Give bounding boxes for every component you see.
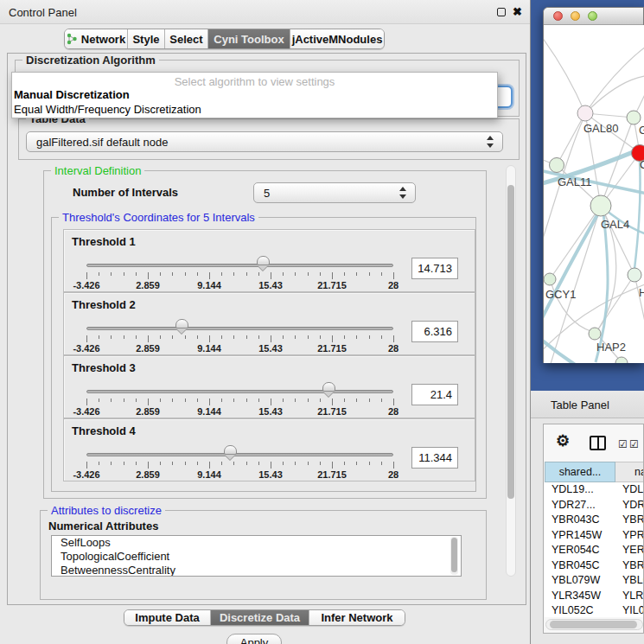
threshold-slider-track[interactable] [86,390,393,393]
slider-tick [369,335,370,339]
slider-tick [86,462,87,469]
table-cell-name[interactable]: YBR0 [615,558,644,574]
slider-tick [172,462,173,465]
slider-tick [295,335,296,339]
slider-tick [393,272,394,279]
network-node[interactable] [589,328,601,340]
network-node[interactable] [550,158,564,173]
gear-icon[interactable]: ⚙ [556,431,570,450]
attribute-list-item-betweennesscentrality[interactable]: BetweennessCentrality [52,564,461,577]
slider-tick [295,272,296,276]
network-node[interactable] [577,105,593,121]
slider-tick [148,399,149,405]
table-cell-shared-name[interactable]: YER054C [545,543,615,558]
column-header-shared-name[interactable]: shared... [545,462,615,482]
table-cell-name[interactable]: YLR3 [615,589,644,604]
table-row[interactable]: YBL079WYBL0 [545,573,644,589]
table-cell-name[interactable]: YPR1 [615,528,644,544]
apply-button[interactable]: Apply [226,634,282,644]
column-header-name[interactable]: na [615,462,644,482]
scrollbar-thumb[interactable] [507,185,514,499]
slider-tick [221,462,222,465]
attribute-list-item-topologicalcoefficient[interactable]: TopologicalCoefficient [52,550,461,564]
table-row[interactable]: YIL052CYIL0 [545,603,644,617]
network-node[interactable] [544,273,556,285]
threshold-value-field[interactable]: 21.4 [411,384,458,405]
number-of-intervals-combobox[interactable]: 5 [253,182,416,203]
slider-tick [185,272,186,276]
table-cell-name[interactable]: YBL0 [615,573,644,589]
table-cell-shared-name[interactable]: YBR045C [545,558,615,574]
table-cell-shared-name[interactable]: YDL19... [545,482,615,498]
table-cell-shared-name[interactable]: YDR27... [545,498,615,513]
slider-tick [246,462,247,465]
tab-infer-network[interactable]: Infer Network [309,610,405,625]
tab-jactivemnodules[interactable]: jActiveMNodules [290,29,384,48]
table-row[interactable]: YLR345WYLR3 [545,589,644,604]
table-row[interactable]: YBR043CYBR0 [545,513,644,528]
checkbox-filter-icon[interactable]: ☑ [618,438,628,450]
close-traffic-light-icon[interactable] [553,11,563,21]
table-cell-shared-name[interactable]: YLR345W [545,589,615,604]
checkbox-filter-icon-2[interactable]: ☑ [629,438,639,450]
threshold-value-field[interactable]: 6.316 [411,321,458,342]
table-row[interactable]: YER054CYER0 [545,543,644,558]
slider-tick [332,399,333,405]
tab-cyni-toolbox[interactable]: Cyni Toolbox [208,29,290,48]
slider-tick [99,335,99,339]
threshold-slider-thumb[interactable] [322,382,335,392]
popup-item-equal-width-frequency[interactable]: Equal Width/Frequency Discretization [12,103,497,118]
table-cell-name[interactable]: YDR2 [615,498,644,513]
network-node[interactable] [628,268,641,282]
table-row[interactable]: YDR27...YDR2 [545,498,644,513]
attribute-list-item-selfloops[interactable]: SelfLoops [52,536,461,550]
zoom-traffic-light-icon[interactable] [588,11,597,21]
tab-discretize-data[interactable]: Discretize Data [211,610,309,625]
table-data-combobox[interactable]: galFiltered.sif default node [26,131,503,152]
threshold-slider-track[interactable] [86,327,393,330]
table-cell-shared-name[interactable]: YPR145W [545,528,615,544]
panel-vertical-scrollbar[interactable] [506,165,516,577]
table-row[interactable]: YPR145WYPR1 [545,528,644,544]
scrollbar-thumb[interactable] [451,538,457,572]
tab-select[interactable]: Select [165,29,208,48]
popup-item-manual-discretization[interactable]: Manual Discretization [12,88,497,103]
threshold-value-field[interactable]: 11.344 [411,447,458,469]
column-selector-icon[interactable] [590,436,606,450]
attributes-list-scrollbar[interactable] [450,537,458,575]
cytoscape-desktop: GAL80GACGAL11GAL4GCY1HHAP2 [531,0,644,391]
table-row[interactable]: YDL19...YDL1 [545,482,644,498]
tab-network[interactable]: Network [65,29,128,48]
tab-impute-data[interactable]: Impute Data [124,610,211,625]
table-cell-name[interactable]: YER0 [615,543,644,558]
slider-scale-label: 28 [388,406,399,417]
slider-tick [393,399,394,405]
float-window-icon[interactable] [497,8,506,16]
network-node[interactable] [627,111,641,124]
tab-style[interactable]: Style [128,29,165,48]
table-cell-name[interactable]: YIL0 [615,603,644,617]
threshold-slider-thumb[interactable] [257,256,270,265]
table-cell-shared-name[interactable]: YBL079W [545,573,615,589]
close-icon[interactable]: ✖ [513,5,522,18]
scrollbar-thumb[interactable] [550,621,637,628]
threshold-slider-thumb[interactable] [175,319,188,328]
threshold-slider-track[interactable] [86,453,393,456]
table-panel-header: Table Panel [531,391,644,418]
table-cell-shared-name[interactable]: YBR043C [545,513,615,528]
threshold-slider-thumb[interactable] [224,445,237,455]
threshold-slider-track[interactable] [86,264,393,267]
slider-tick [197,272,198,276]
network-node[interactable] [590,195,611,216]
slider-tick [320,462,321,465]
table-row[interactable]: YBR045CYBR0 [545,558,644,574]
table-horizontal-scrollbar[interactable] [545,619,643,630]
network-canvas[interactable]: GAL80GACGAL11GAL4GCY1HHAP2 [544,25,644,363]
threshold-value-field[interactable]: 14.713 [411,258,458,279]
table-cell-name[interactable]: YDL1 [615,482,644,498]
slider-tick [258,335,259,339]
table-cell-name[interactable]: YBR0 [615,513,644,528]
minimize-traffic-light-icon[interactable] [571,11,580,21]
slider-scale-label: 9.144 [197,280,221,290]
table-cell-shared-name[interactable]: YIL052C [545,603,615,617]
